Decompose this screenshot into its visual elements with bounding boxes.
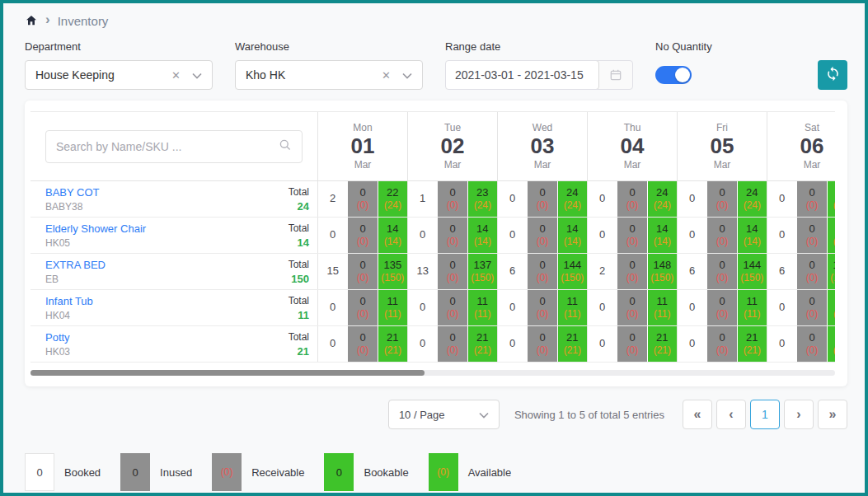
department-value: House Keeping: [35, 68, 171, 82]
inused-receivable-cell: 0(0): [617, 326, 647, 362]
day-cell-group: 0 0(0) 14(14): [497, 218, 587, 253]
inused-receivable-cell: 0(0): [617, 290, 647, 325]
booked-cell: 0: [408, 218, 437, 253]
day-cell-group: 6 0(0) 144(150): [497, 254, 587, 289]
day-cell-group: 0 0(0) 24(24): [677, 181, 767, 217]
pagination-buttons: « ‹ 1 › »: [683, 400, 847, 429]
inventory-page: › Inventory Department House Keeping ✕ W…: [0, 0, 868, 496]
page-size-select[interactable]: 10 / Page: [388, 400, 500, 429]
warehouse-label: Warehouse: [235, 40, 423, 53]
range-date-input[interactable]: [445, 60, 599, 90]
day-number: 04: [621, 134, 645, 158]
legend: 0 Booked 0 Inused (0) Receivable 0 Booka…: [25, 453, 847, 491]
day-cell-group: 0 0(0) 11(11): [407, 290, 497, 325]
inused-receivable-cell: 0(0): [706, 326, 737, 362]
day-number: 05: [711, 134, 734, 158]
product-name-link[interactable]: EXTRA BED: [45, 259, 106, 271]
product-name-link[interactable]: BABY COT: [45, 186, 100, 199]
day-of-week: Wed: [533, 122, 552, 133]
total-value: 14: [298, 236, 309, 249]
day-number: 03: [531, 134, 555, 158]
toggle-knob: [675, 68, 690, 82]
next-page-button[interactable]: ›: [784, 400, 814, 429]
prev-page-button[interactable]: ‹: [716, 400, 746, 429]
product-name-link[interactable]: Elderly Shower Chair: [45, 222, 146, 235]
bookable-available-cell: 11(11): [468, 290, 497, 325]
day-cell-group: 6 0(0) 144(150): [677, 254, 767, 289]
day-cell-group: 0 0(0) 14(14): [587, 218, 677, 253]
clear-icon[interactable]: ✕: [171, 69, 181, 82]
legend-swatch: (0): [429, 453, 458, 491]
legend-item: 0 Inused: [120, 453, 192, 491]
inventory-table: Mon 01 Mar Tue 02 Mar Wed 03 Mar Thu 04 …: [30, 111, 835, 363]
day-cell-group: 13 0(0) 137(150): [407, 254, 497, 289]
total-value: 24: [298, 200, 309, 213]
bookable-available-cell: 11(11): [378, 290, 407, 325]
booked-cell: 0: [588, 181, 617, 217]
inused-receivable-cell: 0(0): [347, 254, 378, 289]
bookable-available-cell: 148(150): [648, 254, 677, 289]
bookable-available-cell: 144(150): [558, 254, 587, 289]
product-sku: BABY38: [45, 201, 100, 213]
inused-receivable-cell: 0(0): [796, 290, 827, 325]
booked-cell: 0: [498, 218, 527, 253]
first-page-button[interactable]: «: [683, 400, 712, 429]
legend-item: (0) Available: [429, 453, 512, 491]
calendar-icon[interactable]: [599, 61, 632, 89]
horizontal-scrollbar-thumb[interactable]: [30, 370, 425, 376]
search-input[interactable]: [56, 140, 279, 153]
day-column-header: Tue 02 Mar: [407, 112, 497, 180]
booked-cell: 0: [678, 290, 706, 325]
booked-cell: 2: [588, 254, 617, 289]
range-date-picker[interactable]: [445, 60, 633, 90]
total-value: 150: [291, 273, 309, 285]
inused-receivable-cell: 0(0): [706, 218, 737, 253]
bookable-available-cell: 14(14): [378, 218, 407, 253]
bookable-available-cell: 14(14): [648, 218, 677, 253]
product-sku: EB: [45, 274, 106, 285]
horizontal-scrollbar-track[interactable]: [30, 370, 835, 376]
bookable-available-cell: 21(21): [558, 326, 587, 362]
clear-icon[interactable]: ✕: [382, 69, 391, 82]
inused-receivable-cell: 0(0): [617, 181, 647, 217]
total-value: 11: [298, 309, 309, 321]
booked-cell: 0: [767, 290, 796, 325]
inused-receivable-cell: 0(0): [617, 254, 647, 289]
entries-summary: Showing 1 to 5 of total 5 entries: [514, 409, 664, 421]
booked-cell: 6: [498, 254, 527, 289]
day-number: 01: [351, 134, 375, 158]
page-1-button[interactable]: 1: [750, 400, 780, 429]
range-date-filter: Range date: [445, 40, 633, 90]
no-quantity-toggle[interactable]: [655, 66, 692, 84]
breadcrumb: › Inventory: [25, 12, 847, 30]
legend-swatch: 0: [25, 453, 54, 491]
department-select[interactable]: House Keeping ✕: [25, 60, 213, 90]
inused-receivable-cell: 0(0): [527, 218, 557, 253]
day-cell-group: 15 0(0) 135(150): [317, 254, 407, 289]
bookable-available-cell: 135(150): [378, 254, 407, 289]
inused-receivable-cell: 0(0): [796, 218, 827, 253]
legend-swatch: (0): [212, 453, 242, 491]
filters-bar: Department House Keeping ✕ Warehouse Kho…: [25, 40, 847, 90]
product-name-link[interactable]: Infant Tub: [45, 295, 93, 307]
product-name-link[interactable]: Potty: [45, 331, 70, 344]
day-cell-group: 0 0(0) 21(21): [317, 326, 407, 362]
product-sku: HK05: [45, 237, 146, 249]
range-date-label: Range date: [445, 40, 633, 53]
last-page-button[interactable]: »: [818, 400, 847, 429]
day-month: Mar: [354, 159, 372, 171]
inused-receivable-cell: 0(0): [347, 326, 378, 362]
warehouse-select[interactable]: Kho HK ✕: [235, 60, 423, 90]
day-cell-group: 0 0(0) 14(14): [767, 218, 835, 253]
bookable-available-cell: 21(21): [378, 326, 407, 362]
day-cell-group: 0 0(0) 11(11): [317, 290, 407, 325]
chevron-right-icon: ›: [45, 12, 50, 26]
refresh-button[interactable]: [818, 60, 847, 90]
home-icon[interactable]: [25, 14, 38, 27]
breadcrumb-title: Inventory: [58, 14, 109, 28]
bookable-available-cell: 21(21): [738, 326, 767, 362]
search-box[interactable]: [45, 130, 303, 163]
legend-label: Available: [468, 466, 512, 479]
booked-cell: 0: [318, 290, 347, 325]
day-month: Mar: [444, 159, 462, 171]
